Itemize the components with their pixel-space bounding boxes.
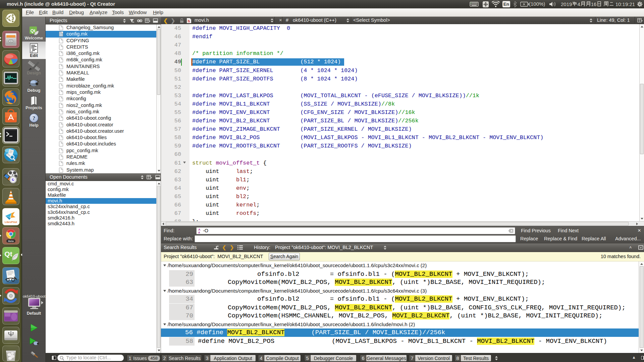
svg-text:?: ? xyxy=(33,115,36,121)
svg-text:Beta: Beta xyxy=(8,240,14,243)
svg-text:h: h xyxy=(188,19,190,23)
svg-text:LibrePilot: LibrePilot xyxy=(5,221,17,224)
svg-text:Qt: Qt xyxy=(31,28,36,33)
svg-text:Qt: Qt xyxy=(4,250,12,258)
